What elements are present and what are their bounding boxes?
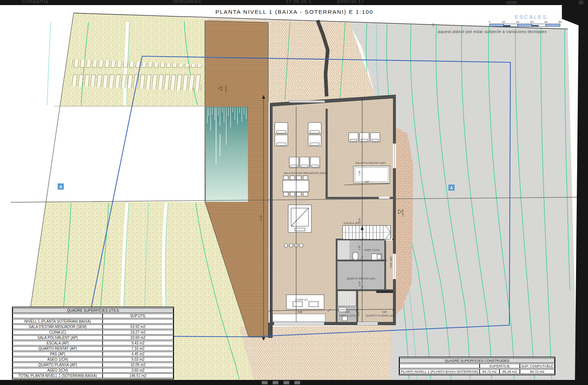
row-label: ASEO 1(CH) (13, 357, 103, 362)
row-label: SALA POLIVALENT (AP) (13, 335, 103, 340)
table-row: CUINA (C)19.27 m2 (13, 330, 173, 335)
row-value: 33.60 m2 (103, 335, 173, 340)
room-label-planxa: QUARTO PLANXA (AP) (366, 314, 395, 317)
table-title: QUADRE SUPERFICIES CONSTRUIDES (399, 358, 555, 363)
row-value: 19.27 m2 (103, 330, 173, 335)
chrome-fragment: Compartia (22, 0, 48, 4)
table-cell (399, 364, 480, 368)
row-label: NIVELL 1 (PLANTA SOTERRANI-BAIXA) (13, 319, 103, 324)
row-value: 84.72 m2 (480, 369, 500, 374)
table-row: ASEO 2(CH)3.60 m2 (13, 368, 173, 373)
dim-726: 7.26 (358, 171, 361, 175)
table-superficies-construides: QUADRE SUPERFICIES CONSTRUIDES SUPERFÍCI… (399, 357, 555, 375)
wall-left (270, 104, 273, 322)
dim-17: 17.00 (260, 215, 262, 221)
table-row-total: TOTAL PLANTA NIVELL 1 (SOTERRANI-BAIXA)1… (13, 373, 173, 378)
row-label: CUINA (C) (13, 330, 103, 335)
page-thumbnail[interactable] (283, 381, 289, 384)
counter (376, 290, 393, 293)
table-row: PLANTA NIVELL 1 (PLANTA BAIXA-SOTERRANI)… (399, 369, 555, 374)
row-label: PLANTA NIVELL 1 (PLANTA BAIXA-SOTERRANI) (399, 369, 480, 374)
chrome-fragment: Immuebles (173, 0, 201, 4)
row-value: 7.16 m2 (103, 346, 173, 351)
room-label-rentat: QUARTO RENTAT (AP) (347, 277, 375, 280)
deck-strip (273, 314, 325, 322)
row-value: 146.51 m2 (103, 373, 173, 378)
close-icon[interactable] (579, 1, 583, 4)
room-label-cuina: CUINA (C) (295, 298, 308, 301)
level-10350: +103.50 (402, 209, 404, 217)
row-value: 9.43 m2 (103, 341, 173, 345)
table-row: PAS (AP)4.45 m2 (13, 352, 173, 356)
table-superficies-utils: QUADRE SUPERFÍCIES ÚTILS SUP.ÚTIL NIVELL… (12, 307, 174, 380)
row-label: SALA D'ESTAR-MENJADOR (SEM) (13, 324, 103, 329)
scale-tick: 4m (544, 21, 547, 23)
level-10450: +104.50 (225, 85, 227, 93)
scale-tick: 2m (516, 21, 519, 23)
shower (338, 291, 356, 306)
row-value: 3.60 m2 (103, 368, 173, 373)
table-row: ASEO 1(CH)5.03 m2 (13, 357, 173, 362)
row-label: QUARTO PLANXA (AP) (13, 363, 103, 367)
row-value: 4.45 m2 (103, 352, 173, 356)
table-row: ESCALA (AP)9.43 m2 (13, 341, 173, 345)
table-cell (13, 314, 103, 318)
row-value: 85.28 m2 (500, 369, 520, 374)
window-top (289, 100, 325, 103)
scale-tick: 0 (489, 21, 490, 23)
row-label: PAS (AP) (13, 352, 103, 356)
dim-300: 3.00 (357, 311, 360, 316)
table-col-header: SUP. COMPUTABLE (520, 364, 555, 368)
chrome-pill (506, 1, 517, 4)
scale-tick: 5m (558, 21, 562, 23)
table-row: SALA D'ESTAR-MENJADOR (SEM)53.92 m2 (13, 324, 173, 329)
room-label-pas: PAS (AP) (390, 256, 393, 268)
table-row: QUARTO RENTAT (AP)7.16 m2 (13, 346, 173, 351)
room-label-aseo1: ASEO 1(CH) (364, 249, 380, 252)
section-marker-letter: A (59, 185, 62, 189)
stairs (343, 225, 390, 239)
dim-468: 4.68 (298, 311, 302, 313)
room-label-aseo2: ASEO 2 (CH) (339, 314, 355, 317)
room-label-sem: SALA D'ESTAR-MENJADOR (SEM) (283, 172, 327, 175)
table-row: QUARTO PLANXA (AP)10.05 m2 (13, 363, 173, 367)
table-row: NIVELL 1 (PLANTA SOTERRANI-BAIXA) (13, 319, 173, 324)
dining-table (283, 180, 309, 192)
page-thumbnail[interactable] (262, 381, 268, 384)
room-label-polivalent: SALA POLIVALENT (AP) (355, 162, 386, 165)
page-title: PLANTA NIVELL 1 (BAIXA - SOTERRANI) E 1:… (215, 9, 373, 15)
table-col-header: SUPERFÍCIE (480, 364, 520, 368)
level-115: +115 (432, 23, 434, 28)
plan-viewer: SALA D'ESTAR-MENJADOR (SEM) SALA POLIVAL… (0, 0, 588, 385)
table-row: SALA POLIVALENT (AP)33.60 m2 (13, 335, 173, 340)
disclaimer-note: aquest plànol pot estar subjecte a varia… (438, 29, 547, 34)
row-label: TOTAL PLANTA NIVELL 1 (SOTERRANI-BAIXA) (13, 373, 103, 378)
toilet (353, 252, 358, 260)
dim-335: 3.35 (382, 311, 387, 313)
scale-ticks: 0 1m 2m 3m 4m 5m (489, 21, 562, 23)
page-thumbnail[interactable] (294, 381, 300, 384)
row-value: 53.92 m2 (103, 324, 173, 329)
scale-block: ESCALES 0 1m 2m 3m 4m 5m aquest plànol p… (438, 14, 562, 34)
chrome-bottom-bar (0, 380, 588, 385)
section-marker-letter: A (450, 186, 453, 190)
page-thumbnail[interactable] (273, 381, 278, 384)
row-label: ESCALA (AP) (13, 341, 103, 345)
scales-label: ESCALES (515, 14, 547, 20)
table-col-header: SUP.ÚTIL (103, 314, 173, 318)
row-label: QUARTO RENTAT (AP) (13, 346, 103, 351)
row-value: 5.03 m2 (103, 357, 173, 362)
dim-214: 2.14 (358, 281, 361, 286)
chrome-top-bar: Compartia Immuebles 17 26 55 1 petellat … (0, 0, 588, 5)
chrome-fragment: 17 26 55 1 (286, 0, 311, 4)
dim-120: 1.20 (345, 311, 350, 313)
row-value (103, 319, 173, 324)
dim-457: 4.57 (365, 181, 369, 183)
row-label: ASEO 2(CH) (13, 368, 103, 373)
scale-tick: 1m (502, 21, 505, 23)
scale-tick: 3m (530, 21, 533, 23)
blank-band (46, 106, 206, 202)
room-rentat-floor (337, 261, 385, 290)
row-value: 84.72 m2 (520, 369, 555, 374)
dim-150: 1.50 (358, 245, 361, 250)
